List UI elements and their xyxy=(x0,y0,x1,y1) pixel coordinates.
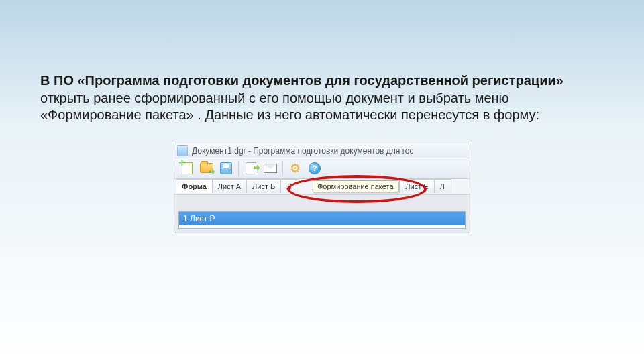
help-icon: ? xyxy=(309,162,321,174)
toolbar-separator xyxy=(238,161,239,176)
new-document-button[interactable] xyxy=(178,160,196,176)
open-button[interactable] xyxy=(198,160,215,176)
tab-forma[interactable]: Форма xyxy=(176,179,213,193)
export-button[interactable] xyxy=(242,160,260,176)
slide-text: В ПО «Программа подготовки документов дл… xyxy=(40,72,604,124)
gear-icon xyxy=(290,163,301,174)
app-window: Документ1.dgr - Программа подготовки док… xyxy=(174,143,470,233)
tabs-row: Форма Лист А Лист Б Л Лист Е Л Формирова… xyxy=(174,179,470,194)
toolbar-separator xyxy=(282,161,283,176)
settings-button[interactable] xyxy=(286,160,304,176)
tab-list-b[interactable]: Лист Б xyxy=(246,179,281,193)
list-item-selected[interactable]: 1 Лист Р xyxy=(179,212,465,225)
mail-button[interactable] xyxy=(262,160,279,176)
mail-icon xyxy=(264,164,277,173)
tab-list-a[interactable]: Лист А xyxy=(212,179,247,193)
app-icon xyxy=(177,145,188,156)
app-body: 1 Лист Р xyxy=(174,194,470,233)
folder-open-icon xyxy=(200,163,213,173)
tooltip-formation: Формирование пакета xyxy=(313,180,398,192)
tab-partial-left[interactable]: Л xyxy=(280,179,299,193)
export-icon xyxy=(246,162,256,174)
help-button[interactable]: ? xyxy=(306,160,323,176)
window-title: Документ1.dgr - Программа подготовки док… xyxy=(192,146,413,156)
screenshot-wrapper: Документ1.dgr - Программа подготовки док… xyxy=(40,143,604,233)
list-box[interactable]: 1 Лист Р xyxy=(178,211,466,229)
tab-partial-right[interactable]: Л xyxy=(434,179,451,193)
desc-bold: В ПО «Программа подготовки документов дл… xyxy=(40,73,564,88)
desc-rest: открыть ранее сформированный с его помощ… xyxy=(40,90,539,123)
new-document-icon xyxy=(182,162,193,174)
titlebar: Документ1.dgr - Программа подготовки док… xyxy=(174,143,470,158)
toolbar: ? xyxy=(174,158,470,179)
save-icon xyxy=(220,162,232,174)
save-button[interactable] xyxy=(217,160,235,176)
tab-list-e[interactable]: Лист Е xyxy=(399,179,434,193)
